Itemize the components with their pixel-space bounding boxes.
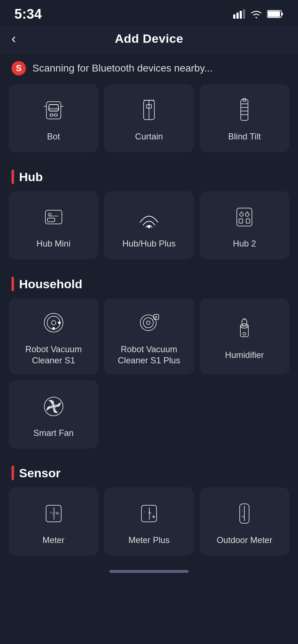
svg-rect-10 [50,114,53,116]
svg-point-32 [245,213,249,216]
battery-icon [267,10,284,18]
svg-point-40 [58,322,60,324]
device-name-humidifier: Humidifier [225,349,264,360]
meter-icon: °↑ % [39,499,68,528]
device-card-hub-plus[interactable]: Hub/Hub Plus [104,191,194,259]
robot-vacuum-s1-plus-icon [135,308,163,337]
status-time: 5:34 [14,6,42,22]
svg-rect-0 [233,14,235,19]
svg-point-42 [143,318,153,328]
sensor-section-bar [12,466,14,480]
smart-fan-icon [39,392,68,421]
back-button[interactable]: ‹ [12,31,16,46]
hub-device-grid: SwitchBot Hub Mini Hub/Hub Plus [9,191,289,259]
device-name-hub-2: Hub 2 [233,238,256,249]
status-bar: 5:34 [0,0,298,25]
svg-rect-6 [281,13,283,15]
svg-text:SwitchBot: SwitchBot [48,107,59,110]
svg-rect-29 [237,208,252,226]
home-bar [109,570,189,573]
meter-plus-icon: ° % [135,499,163,528]
svg-text:%: % [55,511,59,515]
svg-text:SwitchBot: SwitchBot [49,215,58,217]
bot-icon: SwitchBot [39,96,68,124]
scanning-text: Scanning for Bluetooth devices nearby... [32,63,213,74]
svg-point-28 [148,226,150,228]
svg-point-50 [243,332,246,335]
device-name-meter: Meter [42,534,64,546]
device-card-robot-vacuum-s1-plus[interactable]: Robot Vacuum Cleaner S1 Plus [104,298,194,374]
outdoor-meter-icon: ° % [230,499,259,528]
device-name-smart-fan: Smart Fan [33,427,74,438]
svg-point-54 [53,405,55,408]
device-card-hub-2[interactable]: Hub 2 [200,191,289,259]
hub-mini-icon: SwitchBot [39,203,68,231]
household-device-grid: Robot Vacuum Cleaner S1 Robot Vacuum Cle… [9,298,289,448]
page-title: Add Device [115,32,183,46]
svg-rect-26 [48,218,55,222]
device-card-humidifier[interactable]: Humidifier [200,298,289,374]
hub-section: Hub SwitchBot Hub Mini [0,161,298,268]
device-name-robot-vacuum-s1: Robot Vacuum Cleaner S1 [14,344,92,366]
sensor-section-header: Sensor [9,457,289,487]
bot-device-grid: SwitchBot Bot Curtain [9,84,289,152]
signal-icon [233,9,245,19]
svg-rect-35 [246,219,250,223]
svg-rect-34 [239,219,243,223]
device-card-hub-mini[interactable]: SwitchBot Hub Mini [9,191,98,259]
svg-point-30 [240,213,243,216]
svg-point-38 [51,321,56,325]
device-name-robot-vacuum-s1-plus: Robot Vacuum Cleaner S1 Plus [110,344,188,366]
device-card-meter-plus[interactable]: ° % Meter Plus [104,487,194,556]
header: ‹ Add Device [0,25,298,52]
device-name-meter-plus: Meter Plus [128,534,170,546]
sensor-section-title: Sensor [19,466,60,480]
svg-rect-1 [236,13,239,19]
home-indicator [0,564,298,577]
device-name-hub-mini: Hub Mini [36,238,71,249]
device-name-hub-plus: Hub/Hub Plus [122,238,176,249]
device-card-bot[interactable]: SwitchBot Bot [9,84,98,152]
svg-text:%: % [148,511,151,515]
scanning-indicator: S [12,61,26,75]
device-card-smart-fan[interactable]: Smart Fan [9,380,98,448]
hub-plus-icon [135,203,163,231]
device-card-robot-vacuum-s1[interactable]: Robot Vacuum Cleaner S1 [9,298,98,374]
hub-section-title: Hub [19,170,43,184]
humidifier-icon [230,314,259,343]
svg-point-39 [53,327,55,330]
device-card-outdoor-meter[interactable]: ° % Outdoor Meter [200,487,289,556]
svg-rect-3 [243,9,245,19]
svg-text:%: % [242,515,244,518]
device-name-blind-tilt: Blind Tilt [228,131,261,142]
svg-rect-23 [243,98,246,101]
svg-rect-2 [240,11,242,19]
svg-text:°: ° [144,511,145,515]
device-card-curtain[interactable]: Curtain [104,84,194,152]
hub-section-bar [12,170,14,184]
status-icons [233,9,284,19]
svg-point-43 [146,321,150,325]
device-card-meter[interactable]: °↑ % Meter [9,487,98,556]
sensor-device-grid: °↑ % Meter ° % Meter Plus [9,487,289,556]
scanning-bar: S Scanning for Bluetooth devices nearby.… [0,52,298,84]
household-section: Household Robot Vacuum Cleaner S1 [0,268,298,457]
svg-rect-5 [268,11,280,17]
device-card-blind-tilt[interactable]: Blind Tilt [200,84,289,152]
household-section-bar [12,277,14,291]
curtain-icon [135,96,163,124]
sensor-section: Sensor °↑ % Meter ° % [0,457,298,564]
hub-2-icon [230,203,259,231]
wifi-icon [250,9,263,19]
svg-rect-11 [54,114,57,116]
svg-text:°: ° [242,510,243,513]
device-name-bot: Bot [47,131,60,142]
hub-section-header: Hub [9,161,289,191]
household-section-header: Household [9,268,289,298]
svg-text:°↑: °↑ [50,511,54,515]
device-name-curtain: Curtain [135,131,163,142]
svg-rect-18 [241,100,248,120]
household-section-title: Household [19,277,82,291]
device-name-outdoor-meter: Outdoor Meter [217,534,272,546]
bot-section: SwitchBot Bot Curtain [0,84,298,161]
